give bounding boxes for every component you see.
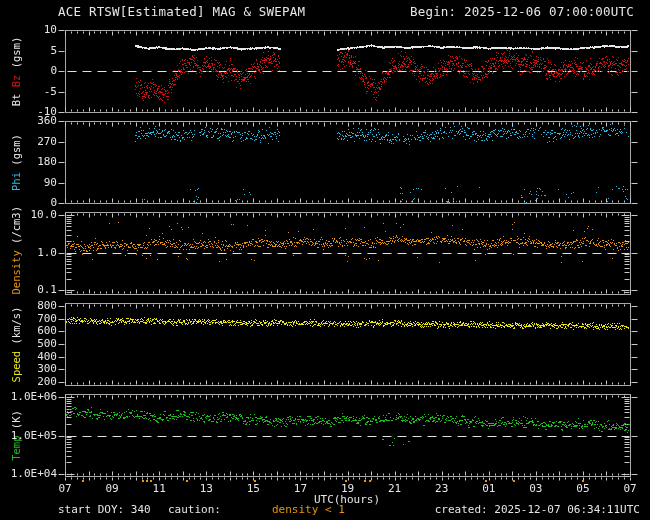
x-tick-label: 07 (617, 483, 643, 495)
x-tick-label: 13 (193, 483, 219, 495)
caution-label: caution: (168, 504, 221, 516)
y-tick-label-density: 0.1 (0, 284, 57, 296)
plot-canvas (0, 0, 650, 520)
y-tick-label-temp: 1.0E+05 (0, 430, 57, 442)
x-tick-label: 17 (287, 483, 313, 495)
y-tick-label-mag-bt-bz: 0 (0, 65, 57, 77)
x-tick-label: 09 (99, 483, 125, 495)
x-tick-label: 19 (335, 483, 361, 495)
y-tick-label-mag-bt-bz: 10 (0, 24, 57, 36)
caution-value: density < 1 (272, 504, 345, 516)
x-tick-label: 15 (240, 483, 266, 495)
y-tick-label-speed: 800 (0, 300, 57, 312)
y-tick-label-speed: 600 (0, 325, 57, 337)
y-tick-label-mag-bt-bz: -5 (0, 86, 57, 98)
y-tick-label-mag-bt-bz: 5 (0, 45, 57, 57)
x-tick-label: 11 (146, 483, 172, 495)
y-tick-label-mag-phi: 360 (0, 115, 57, 127)
y-tick-label-temp: 1.0E+06 (0, 391, 57, 403)
x-tick-label: 07 (52, 483, 78, 495)
x-tick-label: 03 (523, 483, 549, 495)
x-tick-label: 21 (382, 483, 408, 495)
start-doy-label: start DOY: 340 (58, 504, 151, 516)
y-tick-label-mag-phi: 270 (0, 136, 57, 148)
y-tick-label-speed: 300 (0, 363, 57, 375)
ace-rtsw-plot: ACE RTSW[Estimated] MAG & SWEPAM Begin: … (0, 0, 650, 520)
created-timestamp: created: 2025-12-07 06:34:11UTC (435, 504, 640, 516)
begin-timestamp: Begin: 2025-12-06 07:00:00UTC (410, 6, 634, 18)
x-tick-label: 23 (429, 483, 455, 495)
y-tick-label-density: 1.0 (0, 247, 57, 259)
plot-title: ACE RTSW[Estimated] MAG & SWEPAM (58, 6, 305, 18)
y-tick-label-density: 10.0 (0, 209, 57, 221)
y-tick-label-speed: 500 (0, 338, 57, 350)
x-tick-label: 01 (476, 483, 502, 495)
y-tick-label-mag-phi: 90 (0, 177, 57, 189)
y-tick-label-speed: 200 (0, 376, 57, 388)
y-tick-label-temp: 1.0E+04 (0, 468, 57, 480)
x-tick-label: 05 (570, 483, 596, 495)
y-tick-label-mag-phi: 180 (0, 156, 57, 168)
